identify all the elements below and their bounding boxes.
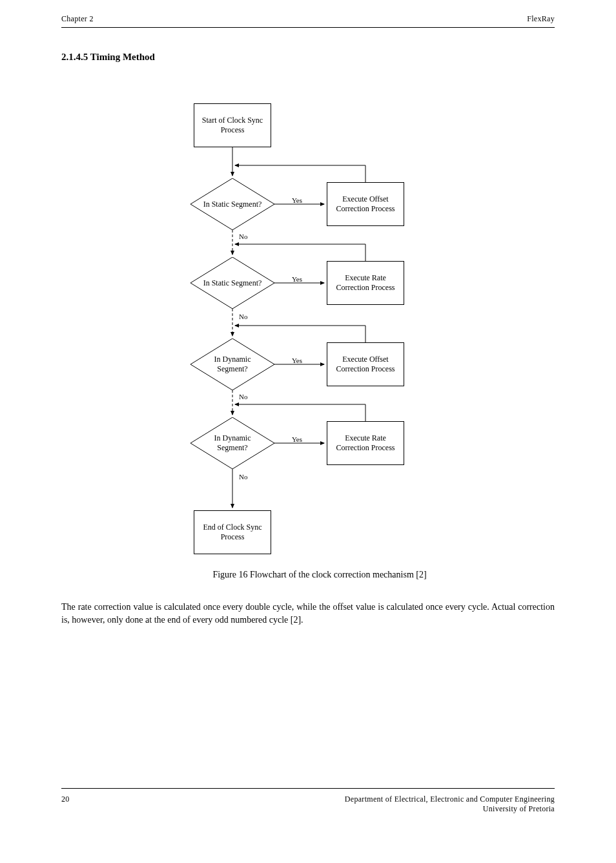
- node-action-offset-1: Execute Offset Correction Process: [327, 182, 404, 226]
- flowchart: Start of Clock Sync Process In Static Se…: [0, 0, 616, 581]
- svg-marker-1: [190, 257, 274, 309]
- edge-label-yes: Yes: [291, 196, 303, 204]
- edge-label-no: No: [238, 313, 249, 320]
- edge-label-no: No: [238, 473, 249, 481]
- body-paragraph: The rate correction value is calculated …: [61, 601, 555, 626]
- node-action-rate-1: Execute Rate Correction Process: [327, 261, 404, 305]
- flowchart-arrows: [0, 0, 616, 581]
- page: Chapter 2 FlexRay 20 Department of Elect…: [0, 0, 616, 863]
- edge-label-no: No: [238, 393, 249, 400]
- edge-label-yes: Yes: [291, 357, 303, 364]
- footer-affiliation: Department of Electrical, Electronic and…: [345, 795, 555, 814]
- node-start: Start of Clock Sync Process: [194, 103, 271, 147]
- svg-marker-3: [190, 417, 274, 469]
- edge-label-yes: Yes: [291, 435, 303, 443]
- node-action-offset-2: Execute Offset Correction Process: [327, 342, 404, 386]
- footer-page-number: 20: [61, 795, 70, 804]
- node-decision-dynamic-1: In Dynamic Segment?: [190, 338, 274, 390]
- node-decision-dynamic-2: In Dynamic Segment?: [190, 417, 274, 469]
- node-decision-static-2: In Static Segment?: [190, 257, 274, 309]
- svg-marker-0: [190, 178, 274, 230]
- svg-marker-2: [190, 338, 274, 390]
- figure-caption: Figure 16 Flowchart of the clock correct…: [165, 568, 475, 581]
- node-action-rate-2: Execute Rate Correction Process: [327, 421, 404, 465]
- node-end: End of Clock Sync Process: [194, 510, 271, 554]
- node-decision-static-1: In Static Segment?: [190, 178, 274, 230]
- rule-bottom: [61, 788, 555, 789]
- edge-label-yes: Yes: [291, 275, 303, 283]
- edge-label-no: No: [238, 233, 249, 240]
